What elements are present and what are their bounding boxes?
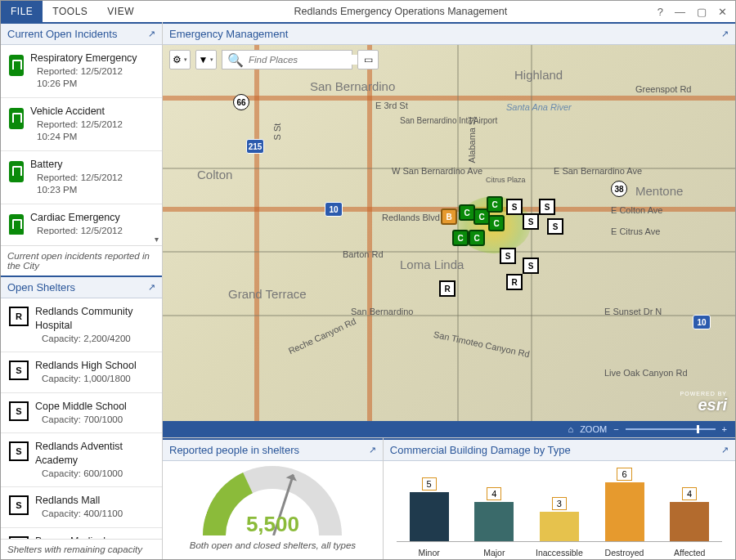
map-label: E Citrus Ave xyxy=(611,226,660,236)
incident-item[interactable]: Respiratory EmergencyReported: 12/5/2012… xyxy=(1,45,162,98)
incident-item[interactable]: Cardiac EmergencyReported: 12/5/201210:2… xyxy=(1,204,162,235)
map-label: E Colton Ave xyxy=(611,205,662,215)
expand-icon[interactable]: ↗ xyxy=(721,29,729,39)
map-label: Mentone xyxy=(635,184,683,198)
menu-file[interactable]: FILE xyxy=(1,1,43,22)
map-marker[interactable]: S xyxy=(547,218,563,235)
shelter-icon: S xyxy=(9,401,29,421)
shelter-icon: S xyxy=(9,495,29,515)
map-label: Live Oak Canyon Rd xyxy=(604,368,688,378)
map-marker[interactable]: R xyxy=(439,280,456,297)
incident-title: Respiratory Emergency xyxy=(30,52,137,65)
sidebar: Current Open Incidents ↗ Respiratory Eme… xyxy=(1,22,163,559)
map-marker[interactable]: R xyxy=(506,274,523,290)
shelter-capacity: Capacity: 2,200/4200 xyxy=(35,333,154,346)
bar-value-label: 5 xyxy=(422,477,437,491)
shelter-title: Redlands Mall xyxy=(35,494,123,508)
map-marker[interactable]: C xyxy=(452,230,469,246)
expand-icon[interactable]: ↗ xyxy=(369,445,376,455)
zoom-in-button[interactable]: + xyxy=(722,424,727,434)
map-label: Redlands Blvd xyxy=(382,213,440,222)
map-label: E San Bernardino Ave xyxy=(554,166,642,176)
map-header: Emergency Management ↗ xyxy=(163,22,735,45)
map-marker[interactable]: S xyxy=(506,199,523,215)
map-label: Citrus Plaza xyxy=(486,176,526,184)
incidents-footer: Current open incidents reported in the C… xyxy=(1,245,162,276)
shelter-item[interactable]: SCope Middle SchoolCapacity: 700/1000 xyxy=(1,393,162,433)
map-label: Grand Terrace xyxy=(228,287,307,301)
shelter-icon: S xyxy=(9,536,29,539)
map-marker[interactable]: S xyxy=(539,199,555,215)
menu-tools[interactable]: TOOLS xyxy=(43,1,97,22)
shelters-header: Open Shelters ↗ xyxy=(1,276,162,298)
incident-item[interactable]: BatteryReported: 12/5/201210:23 PM xyxy=(1,151,162,204)
map-label: Loma Linda xyxy=(400,258,464,271)
incident-item[interactable]: Vehicle AccidentReported: 12/5/201210:24… xyxy=(1,98,162,151)
bar-column: 4 xyxy=(664,487,715,541)
map-marker[interactable]: C xyxy=(488,215,505,231)
map-header-label: Emergency Management xyxy=(169,28,288,40)
menu-view[interactable]: VIEW xyxy=(97,1,144,22)
gauge-caption: Both open and closed shelters, all types xyxy=(190,540,356,550)
layers-tool[interactable]: ⚙▾ xyxy=(169,50,191,69)
map-marker[interactable]: C xyxy=(487,196,503,213)
shelter-capacity: Capacity: 700/1000 xyxy=(35,414,127,427)
gauge-value: 5,500 xyxy=(203,512,342,535)
select-rect-tool[interactable]: ▭ xyxy=(357,50,379,69)
search-input[interactable] xyxy=(249,55,370,65)
shelter-title: Redlands High School xyxy=(35,359,137,373)
bar-value-label: 3 xyxy=(552,497,567,510)
map-canvas[interactable]: ⚙▾ ▼▾ 🔍 ▭ San xyxy=(163,45,735,421)
shelter-title: Cope Middle School xyxy=(35,400,127,414)
shelter-capacity: Capacity: 400/1100 xyxy=(35,508,123,521)
filter-tool[interactable]: ▼▾ xyxy=(195,50,217,69)
shelter-capacity: Capacity: 600/1000 xyxy=(35,468,154,481)
shelter-item[interactable]: RRedlands Community HospitalCapacity: 2,… xyxy=(1,298,162,352)
incident-reported: Reported: 12/5/2012 xyxy=(30,65,137,78)
map-marker[interactable]: C xyxy=(469,230,485,246)
close-icon[interactable]: ✕ xyxy=(718,6,727,18)
zoom-bar: ⌂ ZOOM − + xyxy=(163,421,735,437)
expand-icon[interactable]: ↗ xyxy=(148,29,155,39)
bar xyxy=(540,512,579,541)
map-marker[interactable]: C xyxy=(459,204,475,221)
shelters-header-label: Open Shelters xyxy=(7,281,75,293)
map-label: San Bernardino Int'l Airport xyxy=(400,116,497,125)
home-icon[interactable]: ⌂ xyxy=(568,424,573,434)
phone-icon xyxy=(9,108,24,129)
map-marker[interactable]: B xyxy=(441,208,457,225)
search-box[interactable]: 🔍 xyxy=(222,50,352,69)
maximize-icon[interactable]: ▢ xyxy=(697,6,707,18)
expand-icon[interactable]: ↗ xyxy=(721,445,729,455)
incident-time: 10:24 PM xyxy=(30,131,123,144)
help-icon[interactable]: ? xyxy=(657,6,663,18)
gauge-header-label: Reported people in shelters xyxy=(169,444,299,456)
bar-column: 6 xyxy=(599,468,650,541)
zoom-slider[interactable] xyxy=(626,428,716,430)
shelter-icon: R xyxy=(9,307,29,326)
map-marker[interactable]: S xyxy=(523,213,539,230)
map-marker[interactable]: S xyxy=(500,248,516,264)
expand-icon[interactable]: ↗ xyxy=(148,282,155,293)
map-label: San Bernardino xyxy=(310,79,395,93)
map-label: San Timoteo Canyon Rd xyxy=(433,329,531,360)
minimize-icon[interactable]: — xyxy=(675,6,685,18)
menu-tabs: FILE TOOLS VIEW xyxy=(1,1,144,22)
shelter-item[interactable]: SRedlands High SchoolCapacity: 1,000/180… xyxy=(1,352,162,392)
shelter-icon: S xyxy=(9,361,29,380)
bar-value-label: 6 xyxy=(617,468,631,481)
bars-header-label: Commercial Building Damage by Type xyxy=(390,444,571,456)
shelter-item[interactable]: SBeaver Medical xyxy=(1,528,162,539)
shelter-item[interactable]: SRedlands MallCapacity: 400/1100 xyxy=(1,487,162,527)
bar xyxy=(670,502,709,541)
map-marker[interactable]: S xyxy=(523,258,539,274)
shelter-item[interactable]: SRedlands Adventist AcademyCapacity: 600… xyxy=(1,433,162,487)
zoom-out-button[interactable]: − xyxy=(613,424,618,434)
route-shield: 215 xyxy=(246,139,264,154)
scroll-down-icon[interactable]: ▾ xyxy=(1,235,162,245)
route-shield: 66 xyxy=(233,94,249,110)
shelter-icon: S xyxy=(9,441,29,461)
map-label: Barton Rd xyxy=(343,249,384,259)
phone-icon xyxy=(9,55,24,76)
app-title: Redlands Emergency Operations Management xyxy=(144,6,657,17)
